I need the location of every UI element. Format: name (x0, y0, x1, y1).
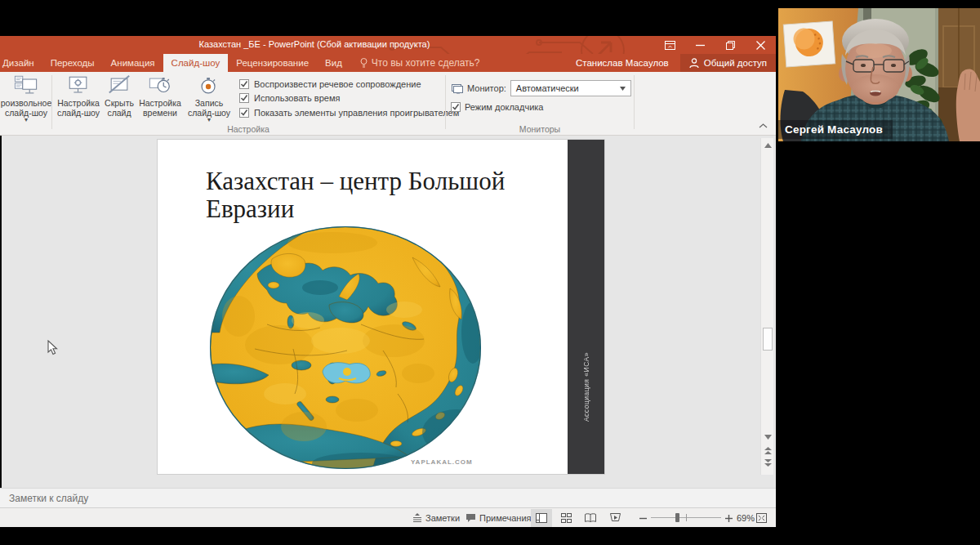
checkbox-play-narration[interactable]: Воспроизвести речевое сопровождение (239, 77, 459, 92)
slide-canvas[interactable]: Казахстан – центр Большой Евразии (158, 140, 604, 474)
left-edge-strip (0, 136, 2, 488)
restore-button[interactable] (715, 36, 746, 54)
checkbox (451, 102, 461, 112)
tab-transitions[interactable]: Переходы (42, 54, 103, 72)
group-label-monitors: Мониторы (446, 124, 634, 134)
hide-slide-icon (107, 74, 131, 98)
lightbulb-icon (360, 58, 368, 69)
mouse-cursor (47, 340, 58, 355)
participant-name: Сергей Масаулов (778, 120, 893, 139)
slide-sorter-view-button[interactable] (555, 509, 577, 527)
setup-slideshow-button[interactable]: Настройка слайд-шоу (56, 74, 101, 118)
slide-sidebar-bar: Ассоциация «ИСА» (568, 140, 604, 474)
powerpoint-window: Казахстан _БЕ - PowerPoint (Сбой активац… (0, 36, 776, 527)
notes-placeholder: Заметки к слайду (9, 493, 88, 504)
checkbox (239, 79, 249, 89)
ribbon-display-options-button[interactable] (655, 36, 685, 54)
tab-view[interactable]: Вид (317, 54, 350, 72)
monitor-icon (451, 83, 463, 94)
close-button[interactable] (746, 36, 776, 54)
scroll-down-arrow[interactable] (762, 431, 773, 443)
watermark-text: YAPLAKAL.COM (411, 458, 473, 466)
sidebar-vertical-text: Ассоциация «ИСА» (582, 352, 590, 422)
monitor-dropdown[interactable]: Автоматически (510, 80, 631, 96)
collapse-ribbon-icon[interactable] (759, 123, 768, 128)
ribbon-tabs: Дизайн Переходы Анимация Слайд-шоу Рецен… (0, 54, 776, 72)
checkbox (239, 108, 249, 118)
monitor-label: Монитор: (467, 83, 506, 93)
custom-slideshow-button[interactable]: роизвольное слайд-шоу ▼ (1, 74, 51, 122)
next-slide-button[interactable] (762, 458, 773, 469)
scroll-up-arrow[interactable] (762, 140, 773, 151)
slideshow-view-button[interactable] (604, 509, 626, 527)
checkbox (239, 93, 249, 103)
hide-slide-button[interactable]: Скрыть слайд (101, 74, 137, 118)
vertical-scrollbar[interactable] (760, 138, 773, 475)
checkbox-use-timings[interactable]: Использовать время (239, 92, 459, 106)
screen: Казахстан _БЕ - PowerPoint (Сбой активац… (0, 0, 980, 545)
normal-view-button[interactable] (531, 509, 552, 527)
slide-title: Казахстан – центр Большой Евразии (206, 168, 565, 223)
tab-design[interactable]: Дизайн (0, 54, 42, 72)
comments-toggle-button[interactable]: Примечания (466, 509, 532, 527)
zoom-slider[interactable] (651, 509, 721, 527)
tab-animations[interactable]: Анимация (103, 54, 163, 72)
comments-icon (466, 513, 476, 523)
record-slideshow-icon (197, 74, 221, 98)
globe-image (210, 226, 481, 469)
previous-slide-button[interactable] (762, 445, 773, 457)
custom-slideshow-icon (14, 74, 38, 98)
tab-slideshow[interactable]: Слайд-шоу (163, 54, 229, 72)
tab-review[interactable]: Рецензирование (228, 54, 317, 72)
group-label-setup: Настройка (51, 124, 445, 134)
webcam-video[interactable]: Сергей Масаулов (778, 8, 980, 141)
rehearse-timings-button[interactable]: Настройка времени (137, 74, 183, 118)
notes-icon (412, 513, 422, 523)
notes-toggle-button[interactable]: Заметки (412, 509, 460, 527)
scrollbar-thumb[interactable] (763, 328, 773, 351)
zoom-out-button[interactable] (639, 509, 647, 527)
person-icon (689, 58, 699, 69)
zoom-in-button[interactable] (725, 509, 733, 527)
checkbox-presenter-mode[interactable]: Режим докладчика (451, 102, 543, 112)
user-name: Станислав Масаулов (564, 54, 680, 72)
share-button[interactable]: Общий доступ (680, 54, 776, 72)
slide-workspace: Казахстан – центр Большой Евразии (0, 136, 776, 488)
fit-to-window-button[interactable] (756, 509, 767, 527)
checkbox-show-media-controls[interactable]: Показать элементы управления проигрывате… (239, 105, 459, 120)
titlebar: Казахстан _БЕ - PowerPoint (Сбой активац… (0, 36, 776, 54)
status-bar: Заметки Примечания 69% (0, 509, 776, 527)
reading-view-button[interactable] (580, 509, 601, 527)
rehearse-timings-icon (148, 74, 172, 98)
zoom-level[interactable]: 69% (737, 509, 755, 527)
chevron-down-icon (620, 87, 626, 91)
ribbon: роизвольное слайд-шоу ▼ Настройка слайд-… (0, 72, 776, 136)
setup-slideshow-icon (66, 74, 91, 98)
tell-me-box[interactable]: Что вы хотите сделать? (354, 54, 487, 72)
zoom-slider-handle[interactable] (675, 513, 679, 522)
window-title: Казахстан _БЕ - PowerPoint (Сбой активац… (0, 36, 629, 53)
minimize-button[interactable] (685, 36, 715, 54)
record-slideshow-button[interactable]: Запись слайд-шоу ▼ (183, 74, 235, 122)
notes-panel[interactable]: Заметки к слайду (0, 488, 776, 508)
